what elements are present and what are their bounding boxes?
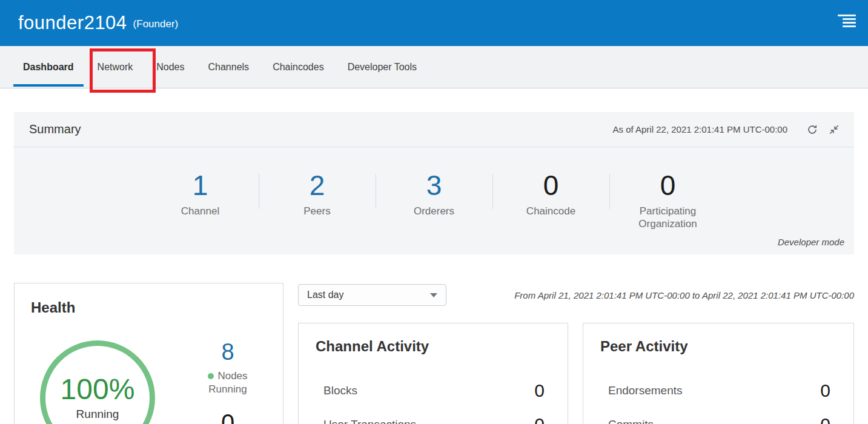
health-percent: 100% xyxy=(61,375,135,404)
stat-chaincode: 0 Chaincode xyxy=(492,171,609,231)
commits-label: Commits xyxy=(608,418,654,424)
dashboard-content: Health 100% Running 8 Nodes Running 0 La… xyxy=(14,283,854,424)
stat-participating-organization-label: Participating Organization xyxy=(609,205,726,231)
stat-chaincode-value: 0 xyxy=(492,171,609,199)
health-legend: 8 Nodes Running 0 xyxy=(191,340,264,424)
stat-participating-organization: 0 Participating Organization xyxy=(609,171,726,231)
menu-bar xyxy=(843,18,856,20)
menu-bar xyxy=(843,22,856,24)
user-transactions-label: User Transactions xyxy=(323,418,416,424)
health-card: Health 100% Running 8 Nodes Running 0 xyxy=(14,283,283,424)
stat-peers-label: Peers xyxy=(259,205,376,217)
peer-activity-title: Peer Activity xyxy=(600,338,853,355)
stat-orderers: 3 Orderers xyxy=(376,171,492,231)
nodes-running-label: Nodes Running xyxy=(191,369,264,396)
refresh-icon[interactable] xyxy=(806,123,819,136)
endorsements-label: Endorsements xyxy=(608,384,683,397)
channel-activity-title: Channel Activity xyxy=(316,338,568,355)
peer-activity-row-commits: Commits 0 xyxy=(608,414,830,424)
tab-dashboard[interactable]: Dashboard xyxy=(13,46,84,88)
stat-channel-value: 1 xyxy=(142,171,259,199)
channel-activity-row-blocks: Blocks 0 xyxy=(323,380,545,401)
summary-stats: 1 Channel 2 Peers 3 Orderers 0 Chaincode… xyxy=(14,147,854,231)
menu-icon[interactable] xyxy=(838,15,856,28)
summary-panel: Summary As of April 22, 2021 2:01:41 PM … xyxy=(14,112,854,254)
instance-role: (Founder) xyxy=(133,18,179,30)
nodes-running-value: 8 xyxy=(191,340,264,363)
collapse-icon[interactable] xyxy=(827,123,841,136)
peer-activity-row-endorsements: Endorsements 0 xyxy=(608,380,830,401)
menu-bar xyxy=(843,25,856,27)
blocks-label: Blocks xyxy=(323,384,357,397)
stat-channel: 1 Channel xyxy=(142,171,259,231)
tab-bar: Dashboard Network Nodes Channels Chainco… xyxy=(0,46,868,88)
tab-channels[interactable]: Channels xyxy=(199,46,259,88)
stat-peers: 2 Peers xyxy=(259,171,376,231)
tab-nodes[interactable]: Nodes xyxy=(147,46,194,88)
tab-developer-tools[interactable]: Developer Tools xyxy=(338,46,426,88)
blocks-value: 0 xyxy=(534,380,545,401)
channel-activity-row-user-transactions: User Transactions 0 xyxy=(323,414,545,424)
menu-bar xyxy=(838,15,856,16)
summary-title: Summary xyxy=(29,122,81,136)
nodes-label-line1: Nodes xyxy=(217,370,247,382)
app-header: founder2104 (Founder) xyxy=(0,0,868,46)
peer-activity-card: Peer Activity Endorsements 0 Commits 0 xyxy=(583,323,854,424)
time-range-dropdown[interactable]: Last day xyxy=(298,284,446,306)
instance-title: founder2104 xyxy=(18,12,127,34)
stat-orderers-label: Orderers xyxy=(376,205,492,217)
tab-chaincodes[interactable]: Chaincodes xyxy=(263,46,334,88)
time-range-controls: Last day From April 21, 2021 2:01:41 PM … xyxy=(298,284,854,306)
summary-as-of-timestamp: As of April 22, 2021 2:01:41 PM UTC-00:0… xyxy=(613,124,788,134)
time-range-selected-value: Last day xyxy=(307,290,343,300)
health-title: Health xyxy=(31,299,283,316)
tab-network[interactable]: Network xyxy=(88,46,143,88)
stat-channel-label: Channel xyxy=(142,205,259,217)
summary-header: Summary As of April 22, 2021 2:01:41 PM … xyxy=(14,112,854,147)
chevron-down-icon xyxy=(430,293,437,297)
health-percent-caption: Running xyxy=(76,408,119,421)
stat-peers-value: 2 xyxy=(259,171,376,199)
green-status-dot-icon xyxy=(208,373,214,379)
endorsements-value: 0 xyxy=(820,380,830,401)
health-gauge-ring: 100% Running xyxy=(40,340,155,424)
nodes-label-line2: Running xyxy=(208,383,247,395)
developer-mode-note: Developer mode xyxy=(778,237,844,247)
time-range-text: From April 21, 2021 2:01:41 PM UTC-00:00… xyxy=(514,290,854,300)
health-second-value: 0 xyxy=(191,411,264,424)
stat-chaincode-label: Chaincode xyxy=(492,205,609,217)
user-transactions-value: 0 xyxy=(534,414,545,424)
channel-activity-card: Channel Activity Blocks 0 User Transacti… xyxy=(298,323,568,424)
commits-value: 0 xyxy=(820,414,830,424)
stat-orderers-value: 3 xyxy=(376,171,492,199)
stat-participating-organization-value: 0 xyxy=(609,171,726,199)
